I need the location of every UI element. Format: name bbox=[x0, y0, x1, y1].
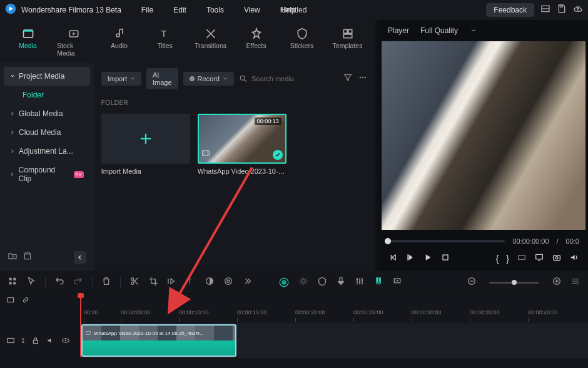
crop-icon[interactable] bbox=[148, 276, 158, 289]
svg-rect-12 bbox=[24, 254, 30, 259]
lock-icon[interactable] bbox=[31, 336, 40, 345]
split-icon[interactable] bbox=[129, 276, 139, 289]
lock-track-icon[interactable] bbox=[6, 296, 15, 307]
record-button[interactable]: Record bbox=[183, 72, 234, 86]
quality-dropdown[interactable]: Full Quality bbox=[420, 26, 477, 35]
delete-icon[interactable] bbox=[101, 276, 111, 289]
import-media-card[interactable]: Import Media bbox=[101, 114, 190, 175]
timeline-ruler[interactable]: 00:00 00:00:05:00 00:00:10:00 00:00:15:0… bbox=[80, 308, 588, 323]
menu-view[interactable]: View bbox=[235, 3, 269, 17]
timeline-clip[interactable]: WhatsApp Video 2023-10-05 at 14.08.35_4b… bbox=[81, 324, 236, 357]
tab-stock-media[interactable]: Stock Media bbox=[53, 25, 94, 59]
new-folder-icon[interactable] bbox=[8, 251, 18, 264]
tab-label: Templates bbox=[333, 42, 363, 49]
play-pause-button[interactable] bbox=[405, 252, 415, 265]
svg-rect-24 bbox=[443, 255, 448, 260]
collapse-sidebar-button[interactable] bbox=[74, 251, 86, 264]
sidebar-item-global-media[interactable]: Global Media bbox=[4, 104, 90, 123]
cloud-upload-icon[interactable] bbox=[573, 4, 583, 16]
stop-button[interactable] bbox=[440, 252, 450, 265]
scrub-bar[interactable] bbox=[388, 240, 505, 242]
tab-transitions[interactable]: Transitions bbox=[190, 25, 231, 59]
text-icon[interactable]: T bbox=[186, 276, 196, 289]
sidebar-item-cloud-media[interactable]: Cloud Media bbox=[4, 123, 90, 142]
ai-button[interactable] bbox=[278, 277, 290, 288]
speed-icon[interactable] bbox=[167, 276, 177, 289]
menu-file[interactable]: File bbox=[133, 3, 162, 17]
more-tools-icon[interactable] bbox=[242, 276, 252, 289]
zoom-in-icon[interactable] bbox=[552, 276, 562, 289]
svg-rect-28 bbox=[554, 256, 560, 261]
ruler-tick: 00:00:05:00 bbox=[121, 309, 151, 316]
save-icon[interactable] bbox=[557, 4, 567, 16]
sidebar-item-compound-clip[interactable]: Compound ClipFX bbox=[4, 161, 90, 188]
import-label: Import bbox=[108, 75, 127, 82]
search-input[interactable] bbox=[251, 75, 338, 82]
ratio-icon[interactable] bbox=[517, 252, 527, 265]
svg-rect-30 bbox=[9, 278, 12, 281]
visibility-icon[interactable] bbox=[61, 336, 70, 345]
prev-frame-button[interactable] bbox=[388, 252, 398, 265]
play-button[interactable] bbox=[423, 252, 433, 265]
undo-icon[interactable] bbox=[54, 276, 64, 289]
import-media-label: Import Media bbox=[101, 164, 190, 175]
snapshot-icon[interactable] bbox=[552, 252, 562, 265]
film-icon bbox=[201, 149, 210, 160]
zoom-slider[interactable] bbox=[489, 282, 539, 284]
menu-edit[interactable]: Edit bbox=[165, 3, 195, 17]
cursor-icon[interactable] bbox=[26, 276, 36, 289]
ai-image-button[interactable]: AI Image bbox=[146, 68, 178, 89]
time-total: 00:0 bbox=[566, 237, 579, 245]
color-icon[interactable] bbox=[205, 276, 215, 289]
mark-out-icon[interactable]: } bbox=[506, 254, 509, 264]
more-icon[interactable] bbox=[358, 72, 368, 85]
magnet-icon[interactable] bbox=[373, 276, 383, 289]
display-icon[interactable] bbox=[534, 252, 544, 265]
sidebar-label: Adjustment La... bbox=[19, 147, 73, 156]
audio-mixer-icon[interactable] bbox=[355, 276, 365, 289]
bin-icon[interactable] bbox=[23, 251, 33, 264]
grid-icon[interactable] bbox=[8, 276, 18, 289]
sidebar-label: Project Media bbox=[19, 72, 64, 81]
voiceover-icon[interactable] bbox=[336, 276, 346, 289]
sidebar-item-adjustment-layer[interactable]: Adjustment La... bbox=[4, 142, 90, 161]
player-tab[interactable]: Player bbox=[388, 26, 409, 35]
svg-rect-25 bbox=[519, 256, 525, 260]
video-preview[interactable] bbox=[382, 41, 585, 230]
volume-icon[interactable] bbox=[569, 252, 579, 265]
video-track-header[interactable]: 1 bbox=[0, 323, 80, 358]
svg-point-13 bbox=[240, 76, 245, 80]
tab-stickers[interactable]: Stickers bbox=[281, 25, 322, 59]
zoom-out-icon[interactable] bbox=[467, 276, 477, 289]
svg-rect-26 bbox=[536, 254, 543, 259]
green-screen-icon[interactable] bbox=[317, 276, 327, 289]
filter-icon[interactable] bbox=[343, 72, 353, 85]
clip-video-icon bbox=[85, 330, 91, 336]
menu-tools[interactable]: Tools bbox=[198, 3, 233, 17]
link-track-icon[interactable] bbox=[21, 296, 30, 307]
tab-templates[interactable]: Templates bbox=[327, 25, 368, 59]
svg-rect-62 bbox=[86, 332, 91, 335]
video-track-lane[interactable]: WhatsApp Video 2023-10-05 at 14.08.35_4b… bbox=[80, 323, 588, 358]
sidebar-folder[interactable]: Folder bbox=[4, 86, 90, 104]
media-clip-card[interactable]: 00:00:13 WhatsApp Video 2023-10-05... bbox=[198, 114, 286, 175]
detach-audio-icon[interactable] bbox=[223, 276, 233, 289]
redo-icon[interactable] bbox=[73, 276, 83, 289]
duration-badge: 00:00:13 bbox=[255, 117, 281, 125]
mark-in-icon[interactable]: { bbox=[496, 254, 499, 264]
svg-point-38 bbox=[225, 278, 232, 285]
playhead[interactable] bbox=[80, 294, 81, 357]
timeline-view-icon[interactable] bbox=[570, 276, 580, 289]
import-button[interactable]: Import bbox=[101, 72, 141, 86]
marker-icon[interactable] bbox=[392, 276, 402, 289]
tab-media[interactable]: Media bbox=[8, 25, 48, 59]
tab-effects[interactable]: Effects bbox=[236, 25, 276, 59]
tab-titles[interactable]: TTitles bbox=[144, 25, 185, 59]
layout-icon[interactable] bbox=[540, 4, 550, 16]
feedback-button[interactable]: Feedback bbox=[486, 3, 534, 17]
sidebar-item-project-media[interactable]: Project Media bbox=[4, 67, 90, 86]
scrub-thumb[interactable] bbox=[385, 238, 391, 244]
mute-track-icon[interactable] bbox=[46, 336, 55, 345]
adjust-icon[interactable] bbox=[298, 276, 308, 289]
tab-audio[interactable]: Audio bbox=[99, 25, 139, 59]
